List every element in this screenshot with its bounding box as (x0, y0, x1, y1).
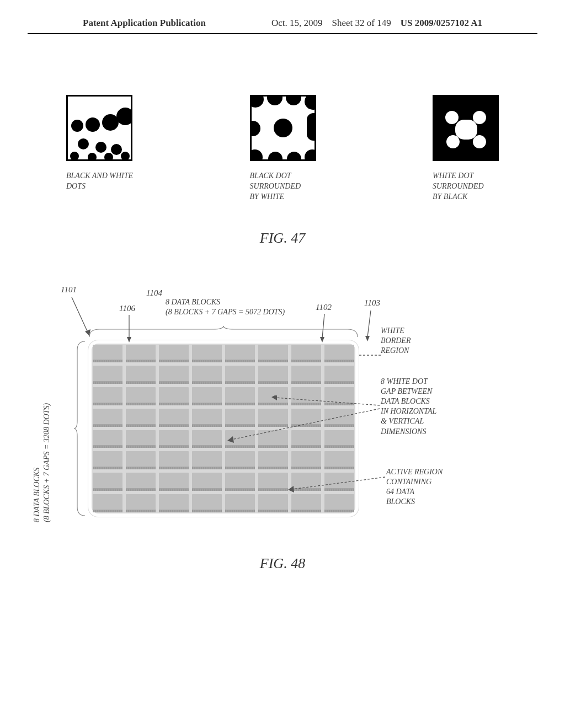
fig48-gap-label: 8 WHITE DOT GAP BETWEEN DATA BLOCKS IN H… (381, 377, 436, 437)
data-block (192, 473, 222, 491)
caption-line: DOTS (66, 181, 133, 192)
data-block (126, 366, 156, 384)
fig47-panel3-caption: WHITE DOT SURROUNDED BY BLACK (433, 171, 499, 202)
data-block (192, 451, 222, 469)
caption-line: IN HORIZONTAL (381, 406, 436, 416)
caption-line: BLACK DOT (250, 171, 316, 181)
data-block (126, 451, 156, 469)
data-block (291, 345, 321, 363)
fig48-title: FIG. 48 (0, 555, 565, 572)
caption-line: CONTAINING (386, 477, 443, 487)
caption-line: (8 BLOCKS + 7 GAPS = 3208 DOTS) (42, 403, 51, 522)
page-header: Patent Application Publication Oct. 15, … (28, 0, 537, 34)
data-block (192, 387, 222, 405)
data-block (126, 494, 156, 512)
data-block (324, 451, 354, 469)
caption-line: 8 WHITE DOT (381, 377, 436, 387)
data-block (126, 430, 156, 448)
caption-line: BLOCKS (386, 497, 443, 507)
data-block (159, 345, 189, 363)
header-left: Patent Application Publication (83, 18, 206, 29)
data-block (192, 430, 222, 448)
caption-line: WHITE (381, 326, 411, 336)
fig47-panel2-wrap: BLACK DOT SURROUNDED BY WHITE (250, 95, 316, 202)
data-block (159, 387, 189, 405)
data-block (159, 409, 189, 427)
header-date: Oct. 15, 2009 (271, 18, 323, 28)
data-block (93, 366, 122, 384)
caption-line: SURROUNDED (433, 181, 499, 192)
caption-line: WHITE DOT (433, 171, 499, 181)
caption-line: (8 BLOCKS + 7 GAPS = 5072 DOTS) (166, 307, 285, 317)
svg-marker-2 (320, 337, 324, 342)
data-block (159, 473, 189, 491)
data-block (291, 451, 321, 469)
data-block (225, 494, 255, 512)
fig47-panel2-caption: BLACK DOT SURROUNDED BY WHITE (250, 171, 316, 202)
ref-1102: 1102 (316, 303, 332, 312)
data-block (93, 494, 122, 512)
data-block (126, 473, 156, 491)
data-block (258, 494, 288, 512)
header-right: Oct. 15, 2009 Sheet 32 of 149 US 2009/02… (271, 18, 482, 29)
data-block (225, 451, 255, 469)
data-block (258, 366, 288, 384)
data-block (225, 387, 255, 405)
fig47-panel1 (66, 95, 132, 161)
data-block (93, 387, 122, 405)
data-block (258, 451, 288, 469)
fig48-white-border-label: WHITE BORDER REGION (381, 326, 411, 356)
fig47-panel1-caption: BLACK AND WHITE DOTS (66, 171, 133, 192)
data-block (258, 345, 288, 363)
caption-line: GAP BETWEEN (381, 387, 436, 397)
data-block (159, 430, 189, 448)
data-block (324, 345, 354, 363)
data-block (192, 409, 222, 427)
ref-1104: 1104 (146, 288, 162, 298)
fig47-title: FIG. 47 (66, 230, 499, 247)
ref-1101: 1101 (61, 285, 77, 295)
fig48-left-label: 8 DATA BLOCKS (8 BLOCKS + 7 GAPS = 3208 … (32, 403, 52, 522)
figure-48: 1101 1104 1106 1102 1103 8 DATA BLOCKS (… (0, 291, 565, 599)
ref-1103: 1103 (364, 298, 380, 308)
data-block (192, 494, 222, 512)
fig47-panel3-wrap: WHITE DOT SURROUNDED BY BLACK (433, 95, 499, 202)
data-block (324, 494, 354, 512)
ref-1106: 1106 (119, 304, 135, 313)
data-block (324, 366, 354, 384)
data-block (225, 366, 255, 384)
caption-line: BORDER (381, 336, 411, 346)
fig48-active-region-label: ACTIVE REGION CONTAINING 64 DATA BLOCKS (386, 467, 443, 507)
data-block (126, 345, 156, 363)
fig47-panel1-wrap: BLACK AND WHITE DOTS (66, 95, 133, 202)
caption-line: BLACK AND WHITE (66, 171, 133, 181)
fig47-panel2 (250, 95, 316, 161)
caption-line: 8 DATA BLOCKS (33, 467, 41, 522)
caption-line: BY BLACK (433, 192, 499, 202)
data-block (291, 494, 321, 512)
caption-line: DATA BLOCKS (381, 397, 436, 406)
fig47-panel3 (433, 95, 499, 161)
caption-line: ACTIVE REGION (386, 467, 443, 477)
data-block (291, 366, 321, 384)
caption-line: 8 DATA BLOCKS (166, 297, 285, 307)
data-block (225, 345, 255, 363)
data-block (93, 345, 122, 363)
data-block (258, 473, 288, 491)
caption-line: & VERTICAL (381, 416, 436, 426)
data-block (159, 366, 189, 384)
caption-line: 64 DATA (386, 487, 443, 497)
data-block (93, 430, 122, 448)
data-block (192, 366, 222, 384)
data-block (126, 409, 156, 427)
svg-marker-4 (271, 395, 277, 400)
data-block (159, 494, 189, 512)
svg-marker-3 (365, 336, 370, 341)
data-block (93, 451, 122, 469)
caption-line: REGION (381, 346, 411, 356)
data-block (159, 451, 189, 469)
svg-marker-1 (127, 337, 131, 342)
svg-marker-6 (288, 486, 294, 493)
data-block (225, 473, 255, 491)
header-sheet: Sheet 32 of 149 (332, 18, 391, 28)
